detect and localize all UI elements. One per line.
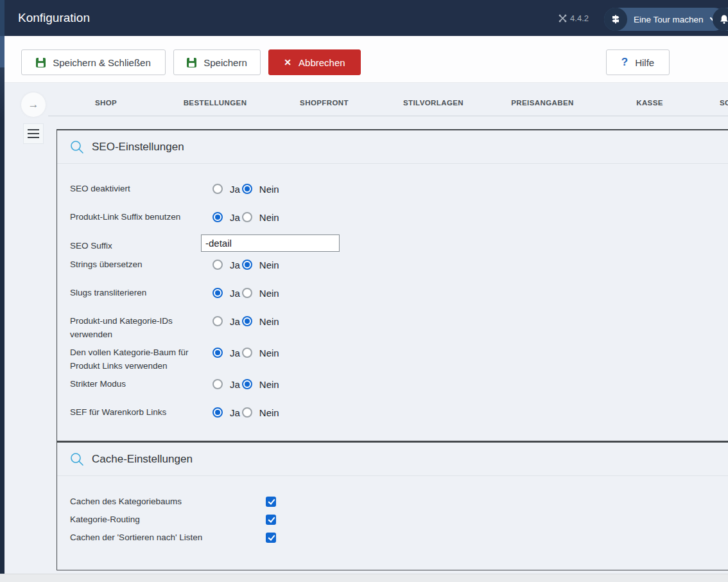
radio-ja-label[interactable]: Ja [230,407,240,418]
cancel-button[interactable]: ✕ Abbrechen [268,49,361,75]
radio-nein-label[interactable]: Nein [259,407,279,418]
field-label: Produkt-Link Suffix benutzen [70,210,208,224]
radio-nein[interactable] [242,316,252,326]
take-tour-button[interactable]: Eine Tour machen [604,8,725,31]
hamburger-icon [28,129,39,130]
field-label: Cachen des Kategoriebaums [70,495,208,508]
radio-nein-label[interactable]: Nein [259,260,279,270]
sidebar-strip-top [0,0,4,36]
field-label: Cachen der 'Sortieren nach' Listen [70,531,208,544]
radio-ja-label[interactable]: Ja [230,316,240,327]
radio-group-strings-uebersetzen: Ja Nein [212,258,279,272]
cache-settings-panel: Cache-Einstellungen Cachen des Kategorie… [56,441,728,570]
seo-suffix-input[interactable] [201,234,340,252]
joomla-logo-icon [559,14,567,22]
radio-nein[interactable] [242,260,252,270]
save-close-label: Speichern & Schließen [53,57,151,68]
radio-ja[interactable] [212,212,223,222]
radio-nein-label[interactable]: Nein [259,288,279,299]
radio-ja[interactable] [212,407,223,418]
sidebar-strip[interactable] [0,67,4,574]
radio-ja-label[interactable]: Ja [230,212,240,223]
radio-nein-label[interactable]: Nein [259,184,279,195]
field-label: Produkt-und Kategorie-IDs verwenden [70,314,208,341]
radio-nein[interactable] [242,407,252,418]
tab-stilvorlagen[interactable]: STILVORLAGEN [403,99,464,107]
tab-cut-off[interactable]: SO [720,99,728,107]
radio-group-seo-deaktiviert: Ja Nein [212,182,279,196]
checkbox-kategoriebaum[interactable] [266,497,276,507]
radio-nein-label[interactable]: Nein [259,379,279,390]
question-icon: ? [621,56,628,69]
radio-nein[interactable] [242,288,252,298]
sidebar-strip-active [0,36,4,67]
radio-nein-label[interactable]: Nein [259,212,279,223]
save-button[interactable]: Speichern [173,49,261,75]
radio-ja-label[interactable]: Ja [230,348,240,358]
tab-shop[interactable]: SHOP [95,99,117,107]
cache-panel-header: Cache-Einstellungen [57,443,728,476]
radio-nein[interactable] [242,379,252,389]
checkbox-sortieren-nach[interactable] [266,533,276,543]
radio-group-produkt-link-suffix: Ja Nein [212,210,279,224]
radio-ja-label[interactable]: Ja [230,260,240,270]
help-button[interactable]: ? Hilfe [606,49,670,75]
radio-nein[interactable] [242,184,252,194]
seo-settings-panel: SEO-Einstellungen SEO deaktiviert Ja Nei… [56,129,728,441]
search-icon [70,140,84,154]
save-icon [187,58,196,67]
radio-group-slugs-transliterieren: Ja Nein [212,286,279,300]
radio-nein-label[interactable]: Nein [259,348,279,358]
app-header: Konfiguration 4.4.2 Eine Tour machen [0,0,728,36]
radio-ja[interactable] [212,184,223,194]
radio-group-sef-warenkorb: Ja Nein [212,405,279,419]
radio-nein[interactable] [242,348,252,358]
help-label: Hilfe [635,57,654,68]
radio-ja-label[interactable]: Ja [230,288,240,299]
search-icon [70,452,84,466]
field-label: Strikter Modus [70,377,208,391]
field-label: Slugs transliterieren [70,286,208,299]
seo-panel-header: SEO-Einstellungen [57,130,728,164]
config-tabs: SHOP BESTELLUNGEN SHOPFRONT STILVORLAGEN… [0,96,728,114]
field-label: Kategorie-Routing [70,513,208,526]
radio-ja[interactable] [212,288,223,298]
radio-ja[interactable] [212,316,223,326]
radio-nein-label[interactable]: Nein [259,316,279,327]
menu-toggle-button[interactable] [23,123,44,144]
field-label: SEO Suffix [70,239,208,252]
radio-group-strikter-modus: Ja Nein [212,377,279,391]
save-close-button[interactable]: Speichern & Schließen [21,49,166,75]
radio-ja[interactable] [212,260,223,270]
seo-panel-title: SEO-Einstellungen [92,130,184,164]
radio-ja-label[interactable]: Ja [230,379,240,390]
radio-ja[interactable] [212,379,223,389]
save-icon [36,58,46,67]
signpost-icon [604,8,627,31]
cache-panel-title: Cache-Einstellungen [92,443,193,476]
radio-nein[interactable] [242,212,252,222]
radio-group-kategorie-ids: Ja Nein [212,314,279,328]
checkbox-kategorie-routing[interactable] [266,515,276,525]
radio-ja-label[interactable]: Ja [230,184,240,195]
field-label: Strings übersetzen [70,258,208,271]
tab-shopfront[interactable]: SHOPFRONT [300,99,349,107]
field-label: SEF für Warenkorb Links [70,405,208,419]
close-icon: ✕ [284,57,291,67]
page-bottom-band [0,574,728,582]
radio-ja[interactable] [212,348,223,358]
radio-group-kategorie-baum: Ja Nein [212,346,279,360]
tab-kasse[interactable]: KASSE [636,99,663,107]
app-window: Konfiguration 4.4.2 Eine Tour machen [0,0,728,582]
field-label: Den vollen Kategorie-Baum für Produkt Li… [70,346,208,373]
toolbar: Speichern & Schließen Speichern ✕ Abbrec… [0,36,728,83]
take-tour-label: Eine Tour machen [634,15,704,24]
cancel-label: Abbrechen [299,57,345,68]
joomla-version: 4.4.2 [559,0,589,36]
save-label: Speichern [204,57,247,68]
page-title: Konfiguration [18,0,90,36]
tab-preisangaben[interactable]: PREISANGABEN [511,99,573,107]
tab-bestellungen[interactable]: BESTELLUNGEN [184,99,247,107]
version-text: 4.4.2 [570,13,589,23]
tabs-divider [48,116,728,116]
